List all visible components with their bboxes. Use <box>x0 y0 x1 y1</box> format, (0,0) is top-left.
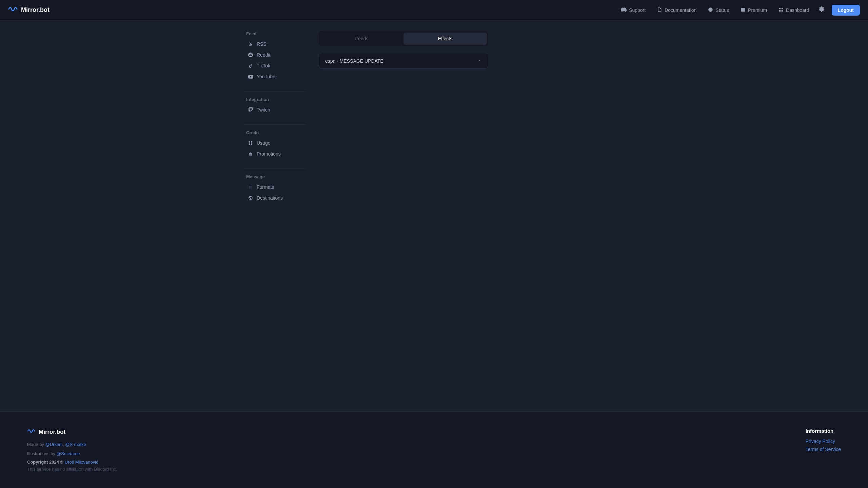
svg-rect-9 <box>251 143 252 145</box>
reddit-icon <box>248 53 254 57</box>
settings-button[interactable] <box>816 4 827 16</box>
twitch-icon <box>248 107 254 112</box>
svg-rect-3 <box>782 7 783 9</box>
tab-feeds[interactable]: Feeds <box>320 33 403 45</box>
main-layout: Feed RSS Reddit TikTok <box>231 20 637 411</box>
premium-label: Premium <box>748 7 767 13</box>
support-label: Support <box>629 7 646 13</box>
footer-logo-icon <box>27 428 35 436</box>
svg-rect-5 <box>782 10 783 11</box>
sidebar-item-reddit-label: Reddit <box>257 52 270 58</box>
svg-point-0 <box>709 7 713 12</box>
tab-effects[interactable]: Effects <box>403 33 487 45</box>
svg-rect-8 <box>249 143 250 145</box>
footer-copyright: Copyright 2024 © Uroš Milovanović <box>27 460 117 465</box>
sidebar-item-youtube[interactable]: YouTube <box>244 72 305 82</box>
chevron-down-icon <box>477 58 482 64</box>
sidebar-item-rss[interactable]: RSS <box>244 39 305 49</box>
doc-icon <box>657 7 662 13</box>
header-nav: Support Documentation Status Premium <box>616 4 860 16</box>
logo-icon <box>8 5 18 15</box>
dashboard-button[interactable]: Dashboard <box>774 5 814 16</box>
footer-illustrations: Illustrations by @Srcetame <box>27 450 117 458</box>
header: Mirror.bot Support Documentation Status <box>0 0 868 20</box>
feed-section-title: Feed <box>244 31 305 36</box>
gear-icon <box>818 6 825 14</box>
premium-button[interactable]: Premium <box>736 5 772 16</box>
documentation-button[interactable]: Documentation <box>652 5 701 16</box>
sidebar-item-destinations-label: Destinations <box>257 195 283 201</box>
privacy-policy-link[interactable]: Privacy Policy <box>806 439 841 444</box>
message-section-title: Message <box>244 174 305 179</box>
divider-feed <box>244 91 305 92</box>
logout-button[interactable]: Logout <box>832 5 860 16</box>
footer-brand-name: Mirror.bot <box>39 429 65 435</box>
author2-link[interactable]: @S-matke <box>65 442 86 447</box>
svg-rect-2 <box>779 7 781 9</box>
sidebar-item-youtube-label: YouTube <box>257 74 275 79</box>
terms-of-service-link[interactable]: Terms of Service <box>806 447 841 452</box>
integration-section: Integration Twitch <box>244 97 305 115</box>
premium-icon <box>741 7 746 13</box>
credit-section: Credit Usage Promotions <box>244 130 305 159</box>
support-button[interactable]: Support <box>616 4 650 16</box>
sidebar-item-twitch[interactable]: Twitch <box>244 105 305 115</box>
sidebar-item-usage[interactable]: Usage <box>244 138 305 148</box>
sidebar-item-reddit[interactable]: Reddit <box>244 50 305 60</box>
tiktok-icon <box>248 64 254 68</box>
divider-credit <box>244 168 305 169</box>
sidebar-item-promotions-label: Promotions <box>257 151 281 157</box>
discord-icon <box>621 7 627 14</box>
dropdown-container: espn - MESSAGE UPDATE <box>319 53 488 69</box>
status-icon <box>708 7 713 13</box>
sidebar-item-formats-label: Formats <box>257 184 274 190</box>
destinations-icon <box>248 196 254 200</box>
message-section: Message Formats Destinations <box>244 174 305 203</box>
dashboard-icon <box>778 7 784 13</box>
promotions-icon <box>248 151 254 156</box>
dropdown-value: espn - MESSAGE UPDATE <box>325 58 383 64</box>
feed-dropdown[interactable]: espn - MESSAGE UPDATE <box>319 53 488 69</box>
credit-section-title: Credit <box>244 130 305 135</box>
usage-icon <box>248 141 254 145</box>
footer-made-by: Made by @Urkem, @S-matke <box>27 441 117 448</box>
footer-right: Information Privacy Policy Terms of Serv… <box>806 428 841 455</box>
integration-section-title: Integration <box>244 97 305 102</box>
formats-icon <box>248 185 254 189</box>
divider-integration <box>244 124 305 125</box>
logo-link[interactable]: Mirror.bot <box>8 5 50 15</box>
status-label: Status <box>715 7 729 13</box>
sidebar-item-destinations[interactable]: Destinations <box>244 193 305 203</box>
sidebar-item-tiktok[interactable]: TikTok <box>244 61 305 71</box>
sidebar-item-rss-label: RSS <box>257 41 267 47</box>
svg-rect-4 <box>779 10 781 11</box>
footer-disclaimer: This service has no affiliation with Dis… <box>27 467 117 472</box>
sidebar-item-usage-label: Usage <box>257 140 270 146</box>
documentation-label: Documentation <box>665 7 696 13</box>
svg-rect-1 <box>741 7 745 11</box>
sidebar-item-promotions[interactable]: Promotions <box>244 149 305 159</box>
dashboard-label: Dashboard <box>786 7 809 13</box>
sidebar: Feed RSS Reddit TikTok <box>244 31 305 401</box>
copyright-author-link[interactable]: Uroš Milovanović <box>65 460 98 465</box>
logo-text: Mirror.bot <box>21 6 50 14</box>
footer: Mirror.bot Made by @Urkem, @S-matke Illu… <box>0 411 868 488</box>
youtube-icon <box>248 75 254 79</box>
svg-rect-7 <box>251 141 252 143</box>
illustrator-link[interactable]: @Srcetame <box>57 451 80 456</box>
sidebar-item-tiktok-label: TikTok <box>257 63 270 68</box>
author1-link[interactable]: @Urkem <box>45 442 62 447</box>
content-area: Feeds Effects espn - MESSAGE UPDATE <box>319 31 624 401</box>
rss-icon <box>248 42 254 46</box>
feed-section: Feed RSS Reddit TikTok <box>244 31 305 82</box>
footer-info-title: Information <box>806 428 841 434</box>
tabs-container: Feeds Effects <box>319 31 488 46</box>
svg-rect-6 <box>249 141 250 143</box>
footer-logo: Mirror.bot <box>27 428 117 436</box>
sidebar-item-formats[interactable]: Formats <box>244 182 305 192</box>
sidebar-item-twitch-label: Twitch <box>257 107 270 113</box>
status-button[interactable]: Status <box>703 5 734 16</box>
footer-left: Mirror.bot Made by @Urkem, @S-matke Illu… <box>27 428 117 472</box>
